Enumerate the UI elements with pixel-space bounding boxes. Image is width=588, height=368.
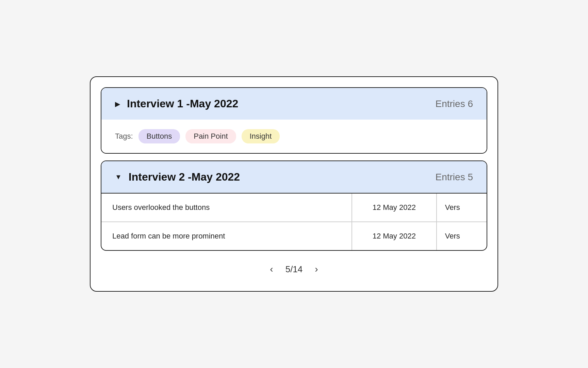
interview-1-card: ▶ Interview 1 -May 2022 Entries 6 Tags: … [101, 87, 487, 154]
interview-1-entries: Entries 6 [436, 98, 473, 109]
tags-section: Tags: Buttons Pain Point Insight [101, 120, 487, 153]
entry-date-2: 12 May 2022 [352, 222, 437, 250]
collapse-arrow-icon: ▶ [115, 100, 120, 108]
interview-2-entries: Entries 5 [436, 172, 473, 183]
tags-label: Tags: [115, 132, 133, 141]
expand-arrow-icon: ▼ [115, 173, 122, 181]
interview-2-card: ▼ Interview 2 -May 2022 Entries 5 Users … [101, 160, 487, 251]
tag-buttons[interactable]: Buttons [138, 129, 180, 143]
prev-page-button[interactable]: ‹ [266, 261, 277, 277]
next-page-button[interactable]: › [311, 261, 322, 277]
entries-table: Users overlooked the buttons 12 May 2022… [101, 194, 487, 250]
interview-2-title: Interview 2 -May 2022 [129, 171, 429, 183]
interview-2-header[interactable]: ▼ Interview 2 -May 2022 Entries 5 [101, 161, 487, 194]
entry-text-2: Lead form can be more prominent [101, 222, 352, 250]
interview-1-title: Interview 1 -May 2022 [127, 97, 429, 110]
entry-date-1: 12 May 2022 [352, 194, 437, 222]
entry-vers-1: Vers [437, 194, 487, 222]
tag-insight[interactable]: Insight [242, 129, 280, 143]
table-row: Users overlooked the buttons 12 May 2022… [101, 194, 487, 222]
interview-1-header[interactable]: ▶ Interview 1 -May 2022 Entries 6 [101, 88, 487, 120]
main-container: ▶ Interview 1 -May 2022 Entries 6 Tags: … [90, 76, 498, 292]
page-indicator: 5/14 [285, 264, 303, 275]
tag-pain-point[interactable]: Pain Point [185, 129, 236, 143]
entry-text-1: Users overlooked the buttons [101, 194, 352, 222]
entry-vers-2: Vers [437, 222, 487, 250]
pagination: ‹ 5/14 › [101, 261, 487, 277]
table-row: Lead form can be more prominent 12 May 2… [101, 222, 487, 250]
